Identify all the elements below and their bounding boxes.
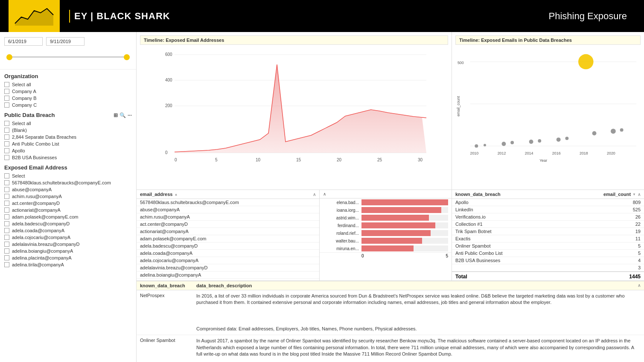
- bar-chart-row[interactable]: ioana.iorg...: [320, 206, 452, 214]
- breach-name-col-header[interactable]: known_data_breach: [455, 192, 602, 197]
- email-checkbox-7[interactable]: [4, 221, 9, 226]
- bar-chart-row[interactable]: walter.bau...: [320, 237, 452, 245]
- search-icon[interactable]: 🔍: [119, 112, 126, 118]
- email-section-header[interactable]: Exposed Email Address: [0, 161, 136, 172]
- bar-chart-row[interactable]: astrid.wim...: [320, 214, 452, 222]
- org-section-header[interactable]: Organization: [0, 70, 136, 81]
- more-icon[interactable]: ···: [128, 112, 132, 118]
- email-item-11[interactable]: adelina.boiangiu@companyA: [4, 248, 132, 254]
- email-col-header[interactable]: email_address ▲: [140, 192, 313, 197]
- org-select-all[interactable]: Select all: [4, 81, 132, 88]
- email-table-row[interactable]: adam.polasek@companyE.com: [137, 235, 319, 242]
- breach-checkbox-anti[interactable]: [4, 141, 9, 146]
- email-table-row[interactable]: adela.cojocariu@companyA: [137, 257, 319, 264]
- breach-item-b2b[interactable]: B2B USA Businesses: [4, 154, 132, 161]
- email-checkbox-1[interactable]: [4, 180, 9, 185]
- breach-count-row[interactable]: Exactis 11: [452, 235, 644, 242]
- bar-chart-row[interactable]: elena.bad...: [320, 199, 452, 206]
- email-checkbox-5[interactable]: [4, 207, 9, 213]
- breach-checkbox-b2b[interactable]: [4, 155, 9, 160]
- email-checkbox-11[interactable]: [4, 248, 9, 254]
- email-filter-list: Select 5678480klaus.schultebraucks@compa…: [0, 172, 136, 268]
- org-item-company-a[interactable]: Company A: [4, 88, 132, 95]
- email-item-10[interactable]: adelalavinia.breazu@companyD: [4, 241, 132, 248]
- email-item-13[interactable]: adelina.tirila@companyA: [4, 261, 132, 268]
- breach-checkbox-2844[interactable]: [4, 134, 9, 140]
- breach-count-row[interactable]: Anti Public Combo List 5: [452, 250, 644, 257]
- breach-count-row[interactable]: Collection #1 22: [452, 221, 644, 228]
- bar-chart-row[interactable]: miruna.en...: [320, 245, 452, 252]
- email-checkbox-9[interactable]: [4, 235, 9, 240]
- svg-point-29: [475, 144, 478, 148]
- org-checkbox-c[interactable]: [4, 102, 9, 108]
- breach-count-row[interactable]: B2B USA Businesses 4: [452, 257, 644, 264]
- email-checkbox-6[interactable]: [4, 214, 9, 219]
- bar-chart-row[interactable]: ferdinand...: [320, 222, 452, 229]
- email-checkbox-3[interactable]: [4, 194, 9, 199]
- date-start-input[interactable]: [4, 37, 43, 46]
- breach-checkbox-blank[interactable]: [4, 128, 9, 133]
- slider-handle-left[interactable]: [6, 54, 12, 60]
- email-table-row[interactable]: 5678480klaus.schultebraucks@companyE.com: [137, 199, 319, 206]
- org-item-company-c[interactable]: Company C: [4, 102, 132, 108]
- email-checkbox-10[interactable]: [4, 242, 9, 247]
- left-chart-svg: 600 400 200 0 0 5 10 15 20 25 30: [140, 48, 448, 174]
- breach-count-row[interactable]: Trik Spam Botnet 19: [452, 228, 644, 235]
- email-item-2[interactable]: abuse@companyA: [4, 186, 132, 193]
- email-table-row[interactable]: achim.rusu@companyA: [137, 213, 319, 221]
- org-item-company-b[interactable]: Company B: [4, 95, 132, 102]
- breach-count-row[interactable]: Apollo 809: [452, 199, 644, 206]
- breach-count-row[interactable]: LinkedIn 525: [452, 206, 644, 213]
- breach-count-row[interactable]: Onliner Spambot 5: [452, 242, 644, 250]
- email-table-row[interactable]: abuse@companyA: [137, 206, 319, 213]
- email-table-row[interactable]: actionariat@companyA: [137, 228, 319, 235]
- breach-checkbox-all[interactable]: [4, 121, 9, 126]
- email-table-row[interactable]: adela.coada@companyA: [137, 250, 319, 257]
- org-checkbox-a[interactable]: [4, 89, 9, 94]
- breach-count-cell: 19: [606, 229, 641, 234]
- email-checkbox-2[interactable]: [4, 187, 9, 192]
- breach-select-all[interactable]: Select all: [4, 120, 132, 127]
- bar-label: elena.bad...: [323, 200, 361, 205]
- email-table-row[interactable]: act.center@companyD: [137, 221, 319, 228]
- svg-text:200: 200: [165, 103, 172, 108]
- email-item-9[interactable]: adela.cojocariu@companyA: [4, 234, 132, 241]
- date-end-input[interactable]: [46, 37, 85, 46]
- email-item-8[interactable]: adela.coada@companyA: [4, 227, 132, 234]
- org-checkbox-b[interactable]: [4, 96, 9, 101]
- breach-item-anti[interactable]: Anti Public Combo List: [4, 140, 132, 147]
- email-select[interactable]: Select: [4, 172, 132, 179]
- slider-handle-right[interactable]: [124, 54, 130, 60]
- breach-count-col-header[interactable]: email_count ▼: [602, 192, 636, 197]
- breach-section-header[interactable]: Public Data Breach ⊞ 🔍 ···: [0, 108, 136, 120]
- email-table-row[interactable]: adelalavinia.breazu@companyD: [137, 264, 319, 272]
- breach-count-row[interactable]: Verifications.io 26: [452, 213, 644, 221]
- email-checkbox-select[interactable]: [4, 173, 9, 178]
- email-table-row[interactable]: adelina.boiangiu@companyA: [137, 272, 319, 279]
- email-checkbox-12[interactable]: [4, 255, 9, 260]
- svg-point-39: [611, 128, 616, 134]
- breach-item-2844[interactable]: 2,844 Separate Data Breaches: [4, 134, 132, 140]
- email-item-7[interactable]: adela.badescu@companyD: [4, 220, 132, 227]
- email-checkbox-8[interactable]: [4, 228, 9, 233]
- bar-rows-container: elena.bad... ioana.iorg... astrid.wim...…: [320, 199, 452, 252]
- breach-checkbox-apollo[interactable]: [4, 148, 9, 153]
- email-item-6[interactable]: adam.polasek@companyE.com: [4, 213, 132, 220]
- breach-item-apollo[interactable]: Apollo: [4, 147, 132, 154]
- email-item-4[interactable]: act.center@companyD: [4, 200, 132, 207]
- email-item-3[interactable]: achim.rusu@companyA: [4, 193, 132, 200]
- org-checkbox-all[interactable]: [4, 82, 9, 87]
- email-item-5[interactable]: actionariat@companyA: [4, 207, 132, 213]
- email-item-12[interactable]: adelina.placinta@companyA: [4, 254, 132, 261]
- email-checkbox-4[interactable]: [4, 201, 9, 206]
- email-checkbox-13[interactable]: [4, 262, 9, 267]
- breach-item-blank[interactable]: (Blank): [4, 127, 132, 134]
- svg-point-32: [510, 141, 514, 144]
- breach-count-label: email_count: [603, 192, 631, 197]
- breach-count-row[interactable]: 3: [452, 264, 644, 272]
- content-area: Timeline: Exposed Email Addresses 600 40…: [137, 32, 644, 362]
- email-table-row[interactable]: adela.badescu@companyD: [137, 242, 319, 250]
- filter-icon[interactable]: ⊞: [114, 112, 118, 118]
- email-item-1[interactable]: 5678480klaus.schultebraucks@companyE.com: [4, 179, 132, 186]
- bar-chart-row[interactable]: roland.rief...: [320, 229, 452, 237]
